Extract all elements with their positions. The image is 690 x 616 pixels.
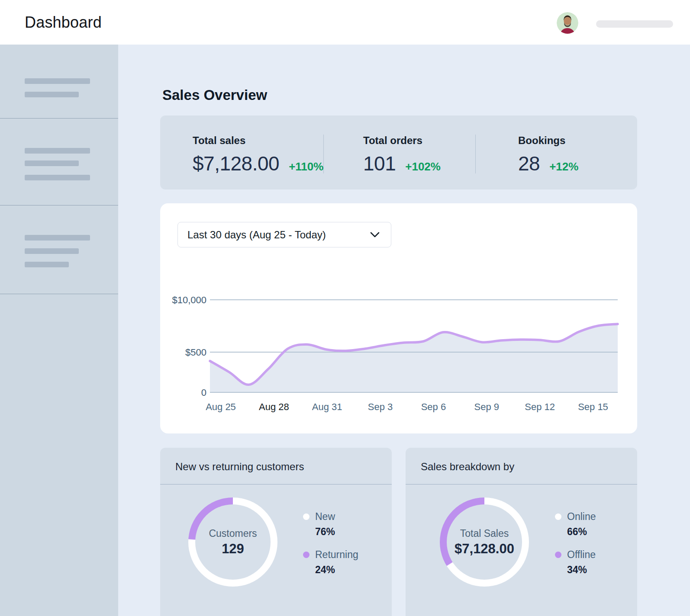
topbar-placeholder-pill bbox=[596, 20, 673, 28]
legend-label: Offline bbox=[567, 549, 596, 561]
card-title: New vs returning customers bbox=[175, 461, 304, 473]
svg-text:Sep 6: Sep 6 bbox=[421, 401, 446, 412]
sidebar-skeleton-bar bbox=[25, 92, 79, 97]
sidebar-skeleton-bar bbox=[25, 175, 90, 180]
stat-value: $7,128.00 bbox=[193, 152, 279, 175]
svg-text:Sep 12: Sep 12 bbox=[525, 401, 555, 412]
card-header: Sales breakdown by bbox=[406, 448, 637, 484]
page-title: Sales Overview bbox=[162, 87, 267, 103]
dashboard-page: { "topbar": { "title": "Dashboard" }, "m… bbox=[0, 0, 690, 616]
stat-delta-badge: +12% bbox=[549, 160, 578, 173]
sidebar-nav-section-4 bbox=[0, 294, 118, 616]
svg-text:$10,000: $10,000 bbox=[172, 295, 206, 305]
svg-text:Sep 3: Sep 3 bbox=[368, 401, 393, 412]
legend-label: Online bbox=[567, 511, 596, 523]
sidebar-nav-section-2[interactable] bbox=[0, 119, 118, 205]
donut-center-label: Total Sales bbox=[460, 528, 509, 539]
breakdown-donut-center: Total Sales $7,128.00 bbox=[440, 497, 529, 587]
stat-value: 28 bbox=[518, 152, 540, 175]
card-header: New vs returning customers bbox=[160, 448, 392, 484]
svg-text:Aug 25: Aug 25 bbox=[206, 401, 236, 412]
donut-center-value: 129 bbox=[222, 541, 244, 557]
legend-dot-purple bbox=[555, 552, 561, 558]
sidebar-skeleton-bar bbox=[25, 160, 79, 166]
customers-legend: New 76% Returning 24% bbox=[303, 511, 358, 576]
stat-label: Total sales bbox=[193, 135, 323, 147]
breakdown-legend: Online 66% Offline 34% bbox=[555, 511, 596, 576]
sales-chart-card: Last 30 days (Aug 25 - Today) $10,000$50… bbox=[160, 203, 637, 433]
legend-item-online: Online 66% bbox=[555, 511, 596, 538]
topbar: Dashboard bbox=[0, 0, 690, 45]
customers-donut-center: Customers 129 bbox=[188, 497, 277, 587]
stat-value: 101 bbox=[363, 152, 396, 175]
date-range-value: Last 30 days (Aug 25 - Today) bbox=[187, 229, 370, 241]
legend-item-new: New 76% bbox=[303, 511, 358, 538]
legend-dot-purple bbox=[303, 552, 310, 558]
donut-center-label: Customers bbox=[209, 528, 257, 539]
breakdown-card: Sales breakdown by Total Sales $7,128.00… bbox=[406, 448, 637, 616]
legend-item-offline: Offline 34% bbox=[555, 549, 596, 576]
app-title: Dashboard bbox=[25, 13, 102, 32]
sidebar-skeleton-bar bbox=[25, 78, 90, 84]
svg-text:Sep 15: Sep 15 bbox=[578, 401, 608, 412]
svg-text:0: 0 bbox=[201, 387, 206, 398]
sidebar-skeleton-bar bbox=[25, 235, 90, 241]
svg-text:Aug 31: Aug 31 bbox=[312, 401, 342, 412]
date-range-dropdown[interactable]: Last 30 days (Aug 25 - Today) bbox=[177, 222, 391, 247]
avatar[interactable] bbox=[557, 12, 578, 34]
stat-delta-badge: +102% bbox=[405, 160, 441, 173]
stat-bookings: Bookings 28 +12% bbox=[475, 116, 637, 189]
legend-percentage: 34% bbox=[567, 564, 596, 576]
legend-percentage: 76% bbox=[315, 526, 358, 538]
sidebar-nav-section-1[interactable] bbox=[0, 45, 118, 119]
legend-label: New bbox=[315, 511, 335, 523]
stat-label: Bookings bbox=[518, 135, 637, 147]
legend-dot-white bbox=[303, 513, 310, 520]
legend-percentage: 66% bbox=[567, 526, 596, 538]
stat-delta-badge: +110% bbox=[289, 160, 323, 173]
sidebar bbox=[0, 45, 118, 616]
chevron-down-icon bbox=[370, 232, 380, 237]
legend-item-returning: Returning 24% bbox=[303, 549, 358, 576]
avatar-image bbox=[557, 12, 578, 34]
svg-text:Aug 28: Aug 28 bbox=[259, 401, 289, 412]
legend-label: Returning bbox=[315, 549, 358, 561]
stat-label: Total orders bbox=[363, 135, 475, 147]
sidebar-skeleton-bar bbox=[25, 248, 79, 254]
sidebar-skeleton-bar bbox=[25, 148, 90, 154]
sidebar-skeleton-bar bbox=[25, 262, 69, 267]
donut-center-value: $7,128.00 bbox=[455, 541, 514, 557]
legend-dot-white bbox=[555, 513, 561, 520]
stat-total-orders: Total orders 101 +102% bbox=[323, 116, 475, 189]
svg-text:$500: $500 bbox=[185, 347, 206, 358]
legend-percentage: 24% bbox=[315, 564, 358, 576]
customers-card: New vs returning customers Customers 129… bbox=[160, 448, 392, 616]
sidebar-nav-section-3[interactable] bbox=[0, 205, 118, 294]
stats-summary-card: Total sales $7,128.00 +110% Total orders… bbox=[160, 116, 637, 189]
svg-text:Sep 9: Sep 9 bbox=[474, 401, 500, 412]
stat-total-sales: Total sales $7,128.00 +110% bbox=[160, 116, 323, 189]
card-title: Sales breakdown by bbox=[421, 461, 514, 473]
